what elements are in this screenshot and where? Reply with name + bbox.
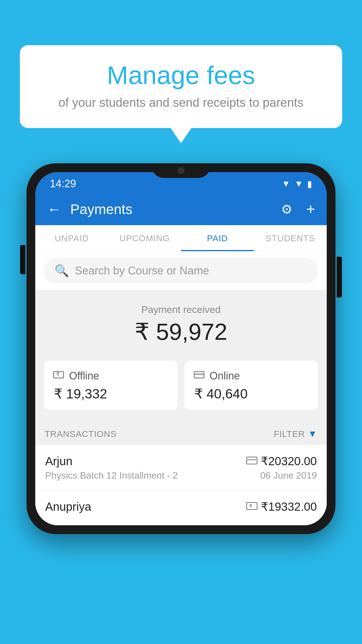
back-button[interactable]: ← [47,201,61,218]
payment-amount: ₹ 59,972 [44,318,318,345]
content-area: 🔍 Search by Course or Name Payment recei… [35,251,327,525]
phone-screen: 14:29 ▼ ▼ ▮ ← Payments ⚙ + UNPAID [35,172,327,525]
transaction-type-icon: ₹ [246,501,257,512]
online-amount: ₹ 40,640 [193,386,309,402]
status-time: 14:29 [50,178,76,190]
offline-card-header: ₹ Offline [53,369,169,383]
svg-text:₹: ₹ [249,504,252,509]
search-bar-container: 🔍 Search by Course or Name [35,251,327,290]
filter-icon: ▼ [308,428,317,439]
search-icon: 🔍 [55,264,69,278]
speech-bubble: Manage fees of your students and send re… [20,45,342,128]
offline-label: Offline [69,370,99,382]
transaction-course: Physics Batch 12 Installment - 2 [45,470,178,481]
signal-icon: ▼ [294,179,303,189]
phone-mockup: 14:29 ▼ ▼ ▮ ← Payments ⚙ + UNPAID [27,163,335,534]
transactions-label: TRANSACTIONS [45,429,117,439]
bubble-title: Manage fees [37,61,325,90]
header-title: Payments [70,201,272,217]
add-button[interactable]: + [306,200,315,218]
tab-students[interactable]: STUDENTS [254,225,327,251]
online-label: Online [210,370,240,382]
bubble-subtitle: of your students and send receipts to pa… [37,95,325,111]
payment-label: Payment received [44,304,318,315]
transaction-item[interactable]: Arjun ₹20320.00 Physics [35,445,327,491]
svg-text:₹: ₹ [56,372,59,377]
payment-summary: Payment received ₹ 59,972 [35,290,327,354]
transaction-amount-row: ₹ ₹19332.00 [246,500,317,513]
tab-upcoming[interactable]: UPCOMING [108,225,181,251]
filter-label: FILTER [274,429,305,439]
transaction-type-icon [246,456,257,467]
tab-unpaid[interactable]: UNPAID [35,225,108,251]
filter-button[interactable]: FILTER ▼ [274,428,317,439]
offline-icon: ₹ [53,369,64,383]
search-bar[interactable]: 🔍 Search by Course or Name [44,258,318,284]
offline-card: ₹ Offline ₹ 19,332 [44,360,178,410]
gear-button[interactable]: ⚙ [281,202,292,217]
online-card-header: Online [193,369,309,383]
tab-paid[interactable]: PAID [181,225,254,251]
svg-rect-5 [247,459,257,461]
phone-notch [152,163,210,178]
transaction-row-top: Anupriya ₹ ₹19332.00 [45,500,317,513]
status-icons: ▼ ▼ ▮ [282,179,312,189]
search-input[interactable]: Search by Course or Name [75,265,209,277]
tabs-bar: UNPAID UPCOMING PAID STUDENTS [35,225,327,251]
transaction-name: Arjun [45,455,72,468]
transaction-name: Anupriya [45,500,91,513]
svg-rect-3 [194,373,204,375]
transaction-amount-row: ₹20320.00 [246,454,317,468]
app-header: ← Payments ⚙ + [35,193,327,225]
notch-camera [177,167,185,175]
phone-outer: 14:29 ▼ ▼ ▮ ← Payments ⚙ + UNPAID [27,163,335,534]
transaction-row-bottom: Physics Batch 12 Installment - 2 06 June… [45,470,317,481]
transactions-header: TRANSACTIONS FILTER ▼ [35,420,327,445]
transaction-amount: ₹20320.00 [261,454,317,468]
transaction-item[interactable]: Anupriya ₹ ₹19332.00 [35,491,327,525]
wifi-icon: ▼ [282,179,291,189]
offline-amount: ₹ 19,332 [53,386,169,402]
transaction-date: 06 June 2019 [260,470,317,481]
battery-icon: ▮ [307,179,312,189]
transaction-amount: ₹19332.00 [261,500,317,513]
online-icon [193,369,205,383]
online-card: Online ₹ 40,640 [184,360,318,410]
transaction-row-top: Arjun ₹20320.00 [45,454,317,468]
cards-row: ₹ Offline ₹ 19,332 [35,354,327,420]
